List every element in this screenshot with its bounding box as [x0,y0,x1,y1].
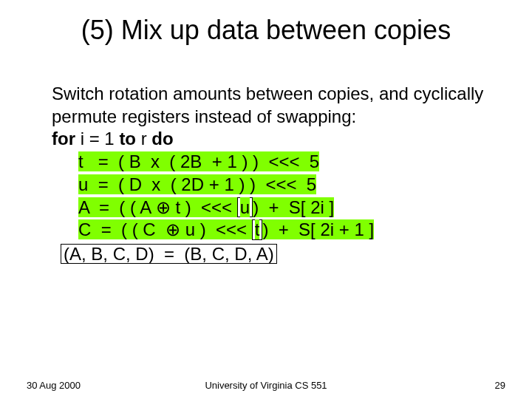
code-line-A: A = ( ( A ⊕ t ) <<< u) + S[ 2i ] [78,197,488,219]
code-line-u: u = ( D x ( 2D + 1 ) ) <<< 5 [78,174,488,197]
oplus-icon: ⊕ [156,197,171,217]
code-block: t = ( B x ( 2B + 1 ) ) <<< 5 u = ( D x (… [52,151,488,266]
code-line-permute: (A, B, C, D) = (B, C, D, A) [61,243,488,266]
code-line-C: C = ( ( C ⊕ u ) <<< t) + S[ 2i + 1 ] [78,219,488,242]
code-line-t: t = ( B x ( 2B + 1 ) ) <<< 5 [78,151,488,174]
box-t: t [252,219,263,239]
oplus-icon: ⊕ [166,219,180,239]
for-line: for i = 1 to r do [52,128,488,151]
box-u: u [237,197,253,217]
box-permute: (A, B, C, D) = (B, C, D, A) [61,244,277,264]
kw-for: for [52,129,75,149]
intro-paragraph: Switch rotation amounts between copies, … [52,83,488,128]
footer-center: University of Virginia CS 551 [0,380,532,391]
footer-page-number: 29 [495,380,505,391]
kw-do: do [151,129,173,149]
slide-body: Switch rotation amounts between copies, … [0,53,532,266]
kw-to: to [119,129,136,149]
slide-title: (5) Mix up data between copies [0,0,532,53]
